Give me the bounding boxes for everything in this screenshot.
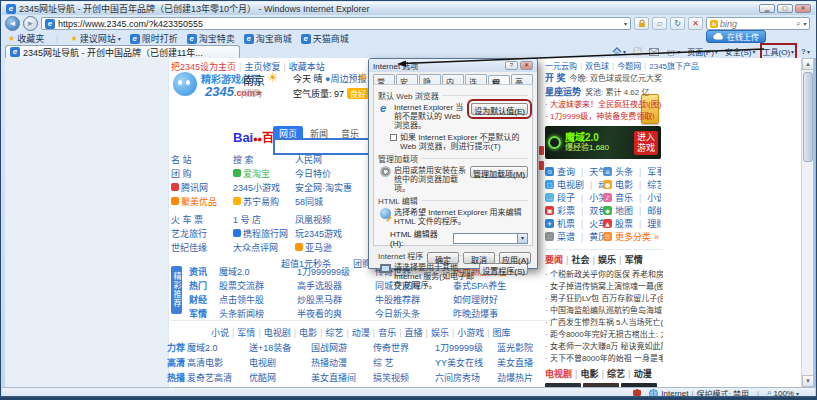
bottom-link[interactable]: 送+18装备 [249,341,311,354]
site-link[interactable]: 58同城 [295,195,323,208]
home-button[interactable]: ▾ [612,47,626,56]
feed-link[interactable]: 头条新闻榜 [219,307,297,320]
scroll-up-icon[interactable]: ▲ [802,58,814,70]
html-editor-select[interactable]: ▾ [453,233,528,244]
dialog-help-button[interactable]: ? [505,61,518,70]
quick-link-b[interactable]: 火车票 [589,217,603,230]
checkbox-icon[interactable] [390,134,397,141]
quick-link[interactable]: …段子|小笑话 [545,191,603,204]
bottom-link[interactable]: 六间房秀场 [435,371,497,384]
feed-category-label[interactable]: 热门 [189,279,219,292]
news-tab-社会[interactable]: 社会 [572,253,590,266]
quick-link-b[interactable]: 小说 [647,191,661,204]
dialog-title-bar[interactable]: Internet 选项 ? ✕ [369,59,537,72]
quick-link-b[interactable]: » [654,232,659,242]
news-tab-要闻[interactable]: 要闻 [545,253,563,266]
info-text[interactable]: 今晚: 双色球或现亿元大奖? [570,72,663,83]
address-url[interactable]: https://www.2345.com/?k423350555 [58,19,203,29]
feeds-button[interactable] [633,47,642,56]
site-link[interactable]: 世纪佳缘 [171,241,207,254]
site-link[interactable]: 亚马逊 [305,241,332,254]
news-item[interactable]: · 天下不曾8000年的始祖 一身是毛 [545,352,663,364]
quick-link-b[interactable]: 理财 [647,217,661,230]
site-link[interactable]: 苏宁易购 [243,195,279,208]
news-tab-娱乐[interactable]: 娱乐 [598,253,616,266]
bottom-link[interactable]: 传奇世界 [373,341,435,354]
news-item[interactable]: · 女老师一次大赚8万 秘诀竟如此简单! [545,340,663,352]
forward-button[interactable]: ► [23,16,38,31]
site-link[interactable]: 火 车 票 [171,213,203,226]
quick-link-a[interactable]: 电影 [615,178,633,191]
quick-link-b[interactable]: 天气 [589,165,603,178]
video-tab-综艺[interactable]: 综艺 [607,367,625,380]
bottom-link[interactable]: 电视剧 [249,356,311,369]
bottom-row-label[interactable]: 力荐 [167,341,187,354]
feed-category-label[interactable]: 军情 [189,307,219,320]
bottom-tab-2[interactable]: 军情 [237,326,255,339]
city-switch-link[interactable]: [切换] [241,87,261,98]
site-link[interactable]: 1 号 店 [233,213,261,226]
news-item[interactable]: · 个税新政关乎你的医保 养老和房产 [545,268,663,280]
bottom-row-label[interactable]: 高清 [167,356,187,369]
quick-link[interactable]: ▲股票|理财 [603,217,661,230]
weather-city[interactable]: 南京 [243,72,265,88]
bottom-tab-9[interactable]: 娱乐 [431,326,449,339]
favorites-item[interactable]: ★收藏夹 [8,32,44,45]
quick-link[interactable]: ●电影|综艺 [603,178,661,191]
scrollbar-thumb[interactable] [803,72,813,162]
quick-link-a[interactable]: 更多分类 [615,230,651,243]
search-provider-dropdown-icon[interactable]: ▾ [803,20,806,27]
quick-link-b[interactable]: 邮编 [647,204,661,217]
make-default-button[interactable]: 设为默认值(E) [471,103,528,115]
maximize-button[interactable]: ▢ [777,4,793,13]
quick-link-b[interactable]: 黄历 [589,230,603,243]
quick-link-a[interactable]: 查询 [557,165,575,178]
quick-link[interactable]: ♪音乐|小说 [603,191,661,204]
quick-link[interactable]: ◆地图|邮编 [603,204,661,217]
read-mail-button[interactable] [649,48,659,56]
ok-button[interactable]: 确定 [427,252,459,264]
favorites-item[interactable]: e天猫商城 [301,32,349,45]
site-link[interactable]: 名 站 [171,153,192,166]
site-link[interactable]: 艺龙旅行 [171,227,207,240]
feed-link[interactable]: 今日新头条 [375,307,453,320]
address-dropdown-icon[interactable]: ▾ [624,20,627,27]
bottom-tab-3[interactable]: 电视剧 [264,326,291,339]
quick-link[interactable]: ☰更多分类» [603,230,661,243]
site-link[interactable]: 聚美优品 [181,195,217,208]
feed-link[interactable]: 魔域2.0 [219,265,297,278]
info-label[interactable]: 星座运势 [545,85,581,98]
news-item[interactable]: · 广西发生惨烈车祸 5人当场死亡(图) [545,316,663,328]
cancel-button[interactable]: 取消 [463,252,495,264]
favorites-item[interactable]: e淘宝特卖 [187,32,235,45]
quick-link-a[interactable]: 股票 [615,217,633,230]
quick-link-a[interactable]: 头条 [615,165,633,178]
site-link[interactable]: 玩2345游戏 [295,227,342,240]
bottom-tab-1[interactable]: 小说 [211,326,229,339]
compatibility-view-icon[interactable]: ▱ [652,17,667,30]
select-caret-icon[interactable]: ▾ [517,234,527,243]
quick-link-a[interactable]: 音乐 [615,191,633,204]
dialog-close-button[interactable]: ✕ [520,61,533,70]
bottom-link[interactable]: 优酷网 [249,371,311,384]
tell-me-checkbox[interactable]: 如果 Internet Explorer 不是默认的 Web 浏览器，则进行提示… [390,133,528,151]
feed-link[interactable]: 高手选股器 [297,279,375,292]
quick-link[interactable]: ≡头条|军事 [603,165,661,178]
page-menu[interactable]: 页面(P)▾ [687,46,718,57]
site-link[interactable]: 携程旅行网 [243,227,288,240]
site-link[interactable]: 凤凰视频 [295,213,331,226]
quick-link-b[interactable]: 小笑话 [589,191,603,204]
favorites-item[interactable]: e限时打折 [130,32,178,45]
feed-category-label[interactable]: 资讯 [189,265,219,278]
search-value[interactable]: bing [720,19,737,29]
bottom-tab-7[interactable]: 音乐 [378,326,396,339]
manage-addons-button[interactable]: 管理加载项(M) [470,166,528,178]
feed-link[interactable]: 股票交流群 [219,279,297,292]
feed-link[interactable]: 如何理财好 [453,293,531,306]
quick-link[interactable]: ⊙查询|天气 [545,165,603,178]
news-tab-军情[interactable]: 军情 [625,253,643,266]
quick-link-a[interactable]: 彩票 [557,204,575,217]
bottom-tab-4[interactable]: 电影 [299,326,317,339]
quick-link[interactable]: ✈机票|火车票 [545,217,603,230]
refresh-icon[interactable]: ↻ [670,17,685,30]
